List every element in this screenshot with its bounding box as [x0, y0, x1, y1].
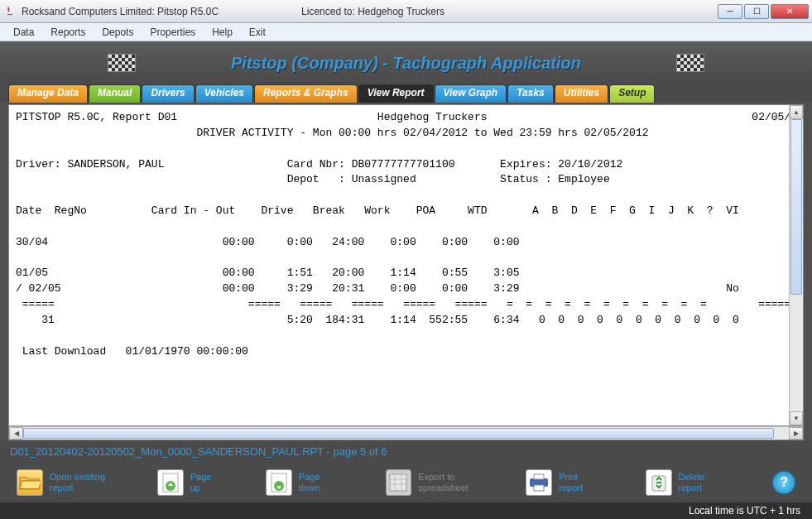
tab-view-report[interactable]: View Report [358, 84, 434, 103]
scroll-thumb[interactable] [23, 428, 774, 439]
tab-manage-data[interactable]: Manage Data [8, 84, 88, 103]
toolbar: Open existing report Page up Page down E… [0, 463, 812, 502]
recycle-icon [646, 469, 672, 496]
delete-label: Delete report [679, 472, 731, 493]
delete-report-button[interactable]: Delete report [646, 469, 731, 496]
licence-text: Licenced to: Hedgehog Truckers [301, 6, 444, 17]
tab-manual[interactable]: Manual [89, 84, 141, 103]
help-button[interactable]: ? [772, 471, 795, 494]
close-button[interactable]: ✕ [771, 4, 809, 19]
scroll-down-arrow-icon[interactable]: ▼ [790, 411, 803, 425]
tab-setup[interactable]: Setup [609, 84, 655, 103]
window-title: Rocksand Computers Limited: Pitstop R5.0… [22, 6, 219, 17]
export-spreadsheet-button[interactable]: Export to spreadsheet [386, 469, 485, 496]
printer-icon [526, 469, 552, 496]
menu-exit[interactable]: Exit [241, 25, 274, 40]
scroll-left-arrow-icon[interactable]: ◀ [9, 427, 23, 440]
menu-depots[interactable]: Depots [94, 25, 142, 40]
spreadsheet-icon [386, 469, 412, 496]
menu-help[interactable]: Help [204, 25, 241, 40]
report-viewport: PITSTOP R5.0C, Report D01 Hedgehog Truck… [8, 104, 804, 426]
tab-vehicles[interactable]: Vehicles [195, 84, 253, 103]
page-up-label: Page up [190, 472, 224, 493]
menu-data[interactable]: Data [5, 25, 42, 40]
print-label: Print report [559, 472, 603, 493]
minimize-button[interactable]: ─ [718, 4, 742, 19]
folder-open-icon [17, 469, 43, 496]
page-down-icon [266, 469, 292, 496]
app-header: Pitstop (Company) - Tachograph Applicati… [0, 41, 812, 84]
report-text: PITSTOP R5.0C, Report D01 Hedgehog Truck… [9, 105, 789, 425]
footer-status: Local time is UTC + 1 hrs [0, 502, 812, 519]
page-down-button[interactable]: Page down [266, 469, 344, 496]
java-icon [3, 5, 17, 18]
tab-reports-graphs[interactable]: Reports & Graphs [254, 84, 358, 103]
app-title: Pitstop (Company) - Tachograph Applicati… [231, 54, 581, 73]
status-filename: D01_20120402-20120502_Mon_0000_SANDERSON… [0, 440, 812, 463]
titlebar: Rocksand Computers Limited: Pitstop R5.0… [0, 0, 812, 23]
tab-tasks[interactable]: Tasks [507, 84, 554, 103]
tab-utilities[interactable]: Utilities [555, 84, 608, 103]
menu-properties[interactable]: Properties [142, 25, 204, 40]
scroll-up-arrow-icon[interactable]: ▲ [790, 105, 803, 119]
page-up-button[interactable]: Page up [157, 469, 224, 496]
maximize-button[interactable]: ☐ [744, 4, 769, 19]
tab-view-graph[interactable]: View Graph [435, 84, 507, 103]
page-up-icon [157, 469, 184, 496]
print-report-button[interactable]: Print report [526, 469, 603, 496]
svg-rect-4 [390, 474, 406, 491]
help-icon: ? [780, 475, 788, 490]
open-report-button[interactable]: Open existing report [17, 469, 116, 496]
flag-icon [108, 54, 136, 72]
vertical-scrollbar[interactable]: ▲ ▼ [789, 105, 803, 425]
export-label: Export to spreadsheet [418, 472, 484, 493]
flag-icon [676, 54, 704, 72]
tab-drivers[interactable]: Drivers [142, 84, 194, 103]
page-down-label: Page down [299, 472, 344, 493]
open-report-label: Open existing report [50, 472, 116, 493]
menubar: Data Reports Depots Properties Help Exit [0, 23, 812, 41]
scroll-right-arrow-icon[interactable]: ▶ [789, 427, 803, 440]
menu-reports[interactable]: Reports [42, 25, 94, 40]
horizontal-scrollbar[interactable]: ◀ ▶ [8, 426, 804, 440]
scroll-thumb[interactable] [790, 119, 802, 295]
svg-rect-7 [534, 485, 544, 491]
tab-bar: Manage Data Manual Drivers Vehicles Repo… [0, 84, 812, 103]
svg-rect-6 [534, 474, 544, 479]
